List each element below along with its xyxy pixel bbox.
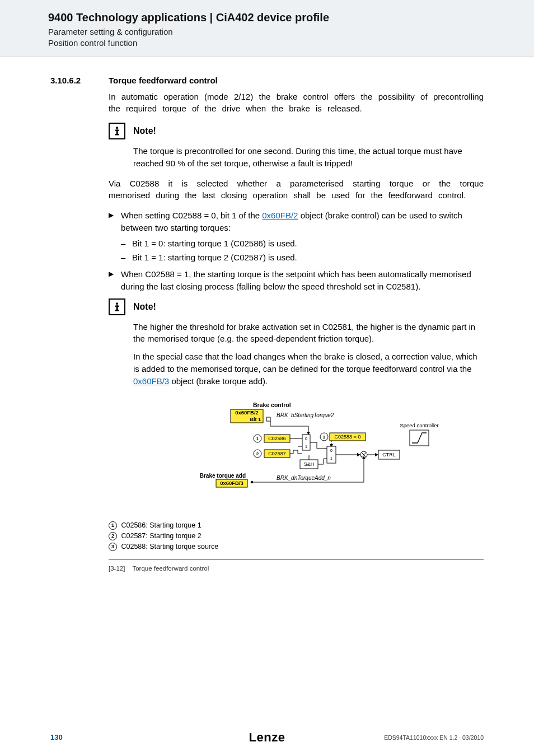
page-number: 130 bbox=[50, 733, 63, 741]
link-0x60fb-3[interactable]: 0x60FB/3 bbox=[133, 376, 169, 386]
box-c02587: C02587 bbox=[268, 451, 286, 456]
sub-bullet-2: Bit 1 = 1: starting torque 2 (C02587) is… bbox=[121, 251, 484, 264]
note-block-2: Note! The higher the threshold for brake… bbox=[109, 298, 484, 388]
svg-rect-3 bbox=[115, 134, 119, 136]
label-0x60fb2: 0x60FB/2 bbox=[235, 409, 259, 416]
section-title: Torque feedforward control bbox=[109, 76, 218, 85]
svg-marker-22 bbox=[357, 453, 360, 456]
legend-marker-1: 1 bbox=[109, 521, 117, 530]
svg-rect-7 bbox=[115, 310, 119, 311]
sub-list-1: Bit 1 = 0: starting torque 1 (C02586) is… bbox=[121, 237, 484, 264]
figure-caption: [3-12] Torque feedforward control bbox=[109, 565, 484, 572]
bullet-1-pre: When setting C02588 = 0, bit 1 of the bbox=[121, 211, 262, 220]
svg-rect-11 bbox=[410, 430, 429, 446]
legend-text-1: C02586: Starting torque 1 bbox=[121, 521, 201, 529]
diagram: Brake control 0x60FB/2 Bit 1 BRK_bStarti… bbox=[109, 399, 472, 517]
legend-marker-3: 3 bbox=[109, 543, 117, 551]
info-icon bbox=[109, 123, 125, 139]
paragraph-2: Via C02588 it is selected whether a para… bbox=[109, 178, 484, 202]
page-content: 3.10.6.2 Torque feedforward control In a… bbox=[0, 57, 534, 572]
note2-p2: In the special case that the load change… bbox=[133, 351, 484, 387]
svg-rect-6 bbox=[116, 305, 118, 310]
note-label-2: Note! bbox=[133, 302, 156, 312]
note2-p2-post: object (brake torque add). bbox=[169, 376, 268, 386]
legend-row-1: 1 C02586: Starting torque 1 bbox=[109, 520, 484, 531]
legend-row-2: 2 C02587: Starting torque 2 bbox=[109, 531, 484, 542]
link-0x60fb-2[interactable]: 0x60FB/2 bbox=[262, 211, 298, 220]
intro-paragraph: In automatic operation (mode 2/12) the b… bbox=[109, 91, 484, 115]
note-body-2: The higher the threshold for brake activ… bbox=[133, 321, 484, 388]
section-number: 3.10.6.2 bbox=[50, 76, 99, 85]
doc-title: 9400 Technology applications | CiA402 de… bbox=[48, 11, 486, 24]
bullet-list: When setting C02588 = 0, bit 1 of the 0x… bbox=[109, 209, 484, 293]
note2-p1: The higher the threshold for brake activ… bbox=[133, 321, 484, 346]
label-speed-controller: Speed controller bbox=[400, 422, 438, 428]
mux1-1: 1 bbox=[305, 445, 307, 449]
marker-1: 1 bbox=[256, 436, 259, 441]
diagram-container: Brake control 0x60FB/2 Bit 1 BRK_bStarti… bbox=[109, 399, 484, 559]
svg-point-29 bbox=[251, 481, 254, 484]
svg-rect-9 bbox=[266, 417, 270, 421]
svg-rect-2 bbox=[116, 130, 118, 134]
brand-logo: Lenze bbox=[249, 730, 285, 745]
mux2-1: 1 bbox=[330, 456, 332, 460]
signal-starttorque2: BRK_bStartingTorque2 bbox=[277, 412, 334, 418]
note-block-1: Note! The torque is precontrolled for on… bbox=[109, 123, 484, 170]
signal-torqueadd: BRK_dnTorqueAdd_n bbox=[277, 475, 331, 481]
note-body: The torque is precontrolled for one seco… bbox=[133, 145, 484, 170]
svg-point-0 bbox=[116, 127, 118, 129]
svg-point-4 bbox=[116, 302, 118, 305]
figure-number: [3-12] bbox=[109, 565, 125, 572]
mux1-0: 0 bbox=[305, 437, 307, 441]
label-brake-torque-add: Brake torque add bbox=[200, 473, 246, 479]
sub-bullet-1: Bit 1 = 0: starting torque 1 (C02586) is… bbox=[121, 237, 484, 250]
marker-2: 2 bbox=[256, 451, 259, 456]
info-icon bbox=[109, 298, 125, 315]
marker-3: 3 bbox=[323, 435, 326, 440]
doc-id: EDS94TA11010xxxx EN 1.2 · 03/2010 bbox=[384, 734, 484, 741]
label-0x60fb3: 0x60FB/3 bbox=[220, 480, 243, 486]
note-head: Note! bbox=[109, 123, 484, 139]
legend-marker-2: 2 bbox=[109, 532, 117, 540]
note-label: Note! bbox=[133, 126, 156, 136]
note2-p2-pre: In the special case that the load change… bbox=[133, 352, 477, 374]
label-bit1: Bit 1 bbox=[250, 417, 261, 422]
page-footer: 130 Lenze EDS94TA11010xxxx EN 1.2 · 03/2… bbox=[0, 733, 534, 741]
svg-marker-26 bbox=[375, 453, 378, 456]
doc-subtitle-1: Parameter setting & configuration bbox=[48, 26, 486, 38]
note-text: The torque is precontrolled for one seco… bbox=[133, 145, 484, 170]
bullet-1: When setting C02588 = 0, bit 1 of the 0x… bbox=[109, 209, 484, 264]
bullet-2: When C02588 = 1, the starting torque is … bbox=[109, 268, 484, 293]
box-sh: S&H bbox=[304, 461, 315, 467]
label-brake-control: Brake control bbox=[253, 402, 291, 408]
box-ctrl: CTRL bbox=[382, 452, 396, 458]
diagram-legend: 1 C02586: Starting torque 1 2 C02587: St… bbox=[109, 520, 484, 552]
section-heading-row: 3.10.6.2 Torque feedforward control bbox=[50, 76, 484, 85]
page-header: 9400 Technology applications | CiA402 de… bbox=[0, 0, 534, 57]
legend-text-3: C02588: Starting torque source bbox=[121, 543, 218, 550]
figure-caption-text: Torque feedforward control bbox=[132, 565, 209, 572]
doc-subtitle-2: Position control function bbox=[48, 38, 486, 49]
legend-text-2: C02587: Starting torque 2 bbox=[121, 532, 201, 540]
legend-row-3: 3 C02588: Starting torque source bbox=[109, 542, 484, 552]
box-c02586: C02586 bbox=[268, 436, 286, 441]
note-head-2: Note! bbox=[109, 298, 484, 315]
box-c02588: C02588 = 0 bbox=[335, 434, 361, 440]
mux2-0: 0 bbox=[330, 449, 332, 452]
